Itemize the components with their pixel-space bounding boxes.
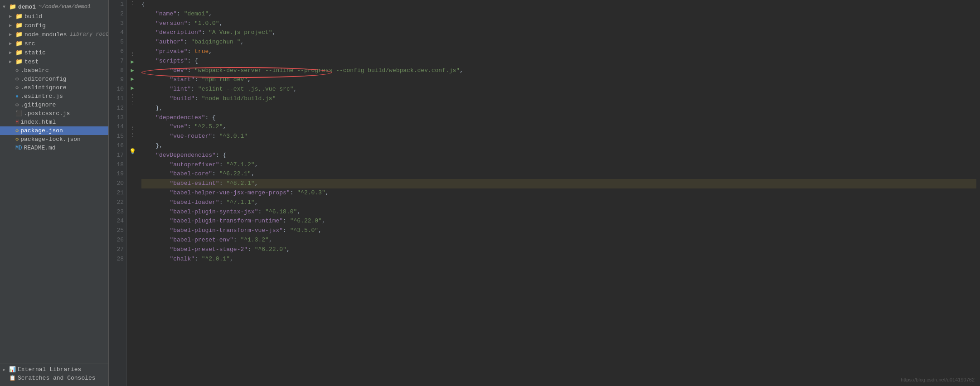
root-label: demo1 xyxy=(18,4,36,10)
code-line: "private": true, xyxy=(141,47,976,57)
line-number: 10 xyxy=(112,85,124,94)
bulb-icon[interactable]: 💡 xyxy=(127,148,138,156)
tree-item-indexhtml[interactable]: H index.html xyxy=(0,118,108,126)
line-number: 6 xyxy=(112,47,124,57)
indexhtml-icon: H xyxy=(15,119,19,125)
run-arrow-icon[interactable]: ▶ xyxy=(127,67,138,75)
build-label: build xyxy=(24,13,42,20)
gutter-cell xyxy=(127,24,138,33)
line-number: 4 xyxy=(112,28,124,38)
root-folder-icon: 📁 xyxy=(9,3,16,10)
gutter-cell xyxy=(127,183,138,191)
line-number: 22 xyxy=(112,198,124,207)
static-folder-icon: 📁 xyxy=(15,49,23,56)
root-path: ~/code/vue/demo1 xyxy=(39,4,91,10)
code-line: "babel-plugin-transform-runtime": "^6.22… xyxy=(141,217,976,226)
config-label: config xyxy=(24,22,46,29)
code-line: "start": "npm run dev", xyxy=(141,75,976,85)
tree-item-node-modules[interactable]: ▶ 📁 node_modules library root xyxy=(0,30,108,39)
fold-icon: ⋮ xyxy=(127,93,138,100)
tree-item-build[interactable]: ▶ 📁 build xyxy=(0,12,108,21)
node-modules-arrow: ▶ xyxy=(9,32,15,37)
test-arrow: ▶ xyxy=(9,59,15,64)
tree-item-babelrc[interactable]: ⚙ .babelrc xyxy=(0,66,108,75)
packagelockjson-label: package-lock.json xyxy=(20,136,81,143)
tree-item-packagelockjson[interactable]: ⚙ package-lock.json xyxy=(0,135,108,144)
eslintrc-icon: ● xyxy=(15,93,19,100)
line-numbers-gutter: 1234567891011121314151617181920212223242… xyxy=(109,0,127,386)
code-line: { xyxy=(141,0,976,10)
run-arrow-icon[interactable]: ▶ xyxy=(127,58,138,67)
tree-item-external-libraries[interactable]: ▶ 📊 External Libraries xyxy=(0,365,108,374)
line-number: 23 xyxy=(112,207,124,217)
tree-item-gitignore[interactable]: ⚙ .gitignore xyxy=(0,101,108,109)
gutter-cell xyxy=(127,209,138,217)
tree-item-test[interactable]: ▶ 📁 test xyxy=(0,57,108,66)
gutter-cell xyxy=(127,156,138,165)
code-line: }, xyxy=(141,141,976,151)
line-number: 7 xyxy=(112,57,124,66)
config-folder-icon: 📁 xyxy=(15,22,23,29)
code-line: "babel-plugin-syntax-jsx": "^6.18.0", xyxy=(141,207,976,217)
line-number: 25 xyxy=(112,226,124,236)
code-line: "babel-preset-stage-2": "^6.22.0", xyxy=(141,245,976,255)
fold-icon: ⋮ xyxy=(127,125,138,132)
tree-item-src[interactable]: ▶ 📁 src xyxy=(0,39,108,48)
gutter-cell xyxy=(127,116,138,125)
tree-item-config[interactable]: ▶ 📁 config xyxy=(0,21,108,30)
tree-item-postcssrc[interactable]: ⬛ .postcssrc.js xyxy=(0,109,108,118)
code-line: }, xyxy=(141,104,976,113)
tree-item-eslintignore[interactable]: ⚙ .eslintignore xyxy=(0,83,108,92)
tree-item-scratches[interactable]: 📋 Scratches and Consoles xyxy=(0,374,108,382)
sidebar-bottom: ▶ 📊 External Libraries 📋 Scratches and C… xyxy=(0,363,108,384)
gutter-cell xyxy=(127,165,138,174)
test-folder-icon: 📁 xyxy=(15,58,23,65)
line-number: 5 xyxy=(112,38,124,47)
gutter-cell xyxy=(127,107,138,116)
line-number: 8 xyxy=(112,66,124,76)
ext-libs-label: External Libraries xyxy=(18,366,81,373)
code-line: "dev": "webpack-dev-server --inline --pr… xyxy=(141,66,976,76)
eslintignore-icon: ⚙ xyxy=(15,84,19,91)
file-tree-sidebar: ▼ 📁 demo1 ~/code/vue/demo1 ▶ 📁 build ▶ 📁… xyxy=(0,0,109,386)
line-number: 15 xyxy=(112,132,124,141)
gutter-cell xyxy=(127,200,138,208)
line-number: 28 xyxy=(112,255,124,264)
src-label: src xyxy=(24,40,35,47)
scratches-icon: 📋 xyxy=(9,375,16,381)
run-arrow-icon[interactable]: ▶ xyxy=(127,75,138,84)
line-number: 20 xyxy=(112,179,124,188)
code-editor: 1234567891011121314151617181920212223242… xyxy=(109,0,980,386)
gitignore-icon: ⚙ xyxy=(15,101,19,108)
ext-libs-icon: 📊 xyxy=(9,366,16,373)
tree-root-demo1[interactable]: ▼ 📁 demo1 ~/code/vue/demo1 xyxy=(0,2,108,12)
gitignore-label: .gitignore xyxy=(20,101,56,108)
code-content-area[interactable]: { "name": "demo1", "version": "1.0.0", "… xyxy=(138,0,980,386)
tree-item-static[interactable]: ▶ 📁 static xyxy=(0,48,108,57)
line-number: 1 xyxy=(112,0,124,10)
code-line: "vue": "^2.5.2", xyxy=(141,122,976,132)
src-arrow: ▶ xyxy=(9,41,15,46)
line-number: 11 xyxy=(112,94,124,104)
tree-item-packagejson[interactable]: ⚙ package.json xyxy=(0,126,108,135)
line-number: 2 xyxy=(112,10,124,19)
config-arrow: ▶ xyxy=(9,23,15,28)
tree-item-readmemd[interactable]: MD README.md xyxy=(0,144,108,152)
code-line: "scripts": { xyxy=(141,57,976,66)
postcssrc-icon: ⬛ xyxy=(15,110,22,117)
code-line: "babel-loader": "^7.1.1", xyxy=(141,198,976,207)
indexhtml-label: index.html xyxy=(20,119,56,125)
tree-item-editorconfig[interactable]: ⚙ .editorconfig xyxy=(0,75,108,83)
tree-item-eslintrc[interactable]: ● .eslintrc.js xyxy=(0,92,108,101)
line-number: 12 xyxy=(112,104,124,113)
build-folder-icon: 📁 xyxy=(15,13,23,20)
code-line: "autoprefixer": "^7.1.2", xyxy=(141,160,976,170)
scratches-label: Scratches and Consoles xyxy=(18,375,96,381)
run-arrow-icon[interactable]: ▶ xyxy=(127,84,138,93)
line-number: 18 xyxy=(112,160,124,170)
code-line: "description": "A Vue.js project", xyxy=(141,28,976,38)
readmemd-label: README.md xyxy=(24,145,55,151)
line-number: 27 xyxy=(112,245,124,255)
code-line: "vue-router": "^3.0.1" xyxy=(141,132,976,141)
code-line: "chalk": "^2.0.1", xyxy=(141,255,976,264)
